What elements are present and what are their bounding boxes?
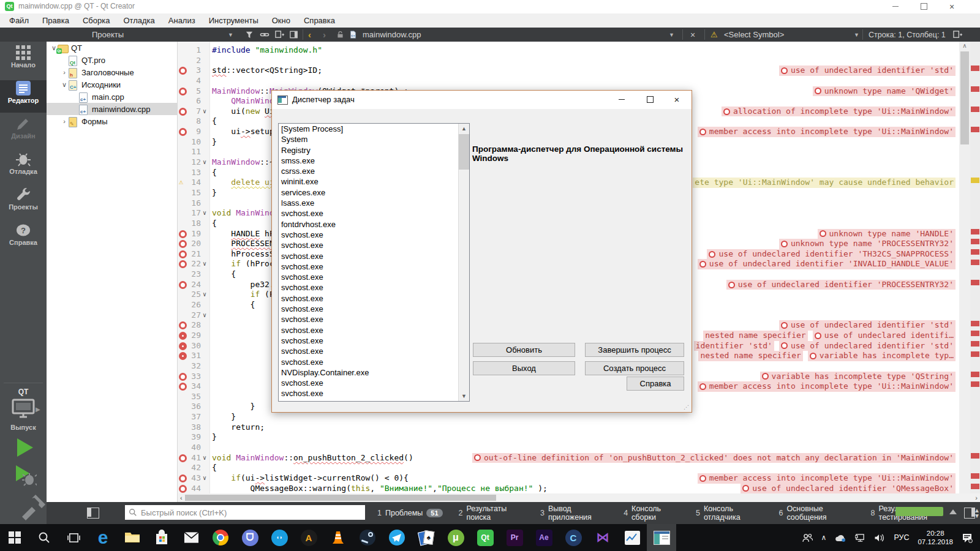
process-list-item[interactable]: smss.exe [279,156,469,166]
code-line-3[interactable]: 3std::vector<QString>ID;use of undeclare… [178,66,980,76]
project-selector[interactable]: Проекты [92,28,124,42]
debug-run-icon[interactable] [12,463,36,486]
mode-начало[interactable]: Начало [0,45,47,77]
output-tab-1[interactable]: 1Проблемы51 [377,509,443,517]
filter-icon[interactable] [245,28,254,42]
mode-отладка[interactable]: Отладка [0,151,47,184]
project-selector-caret[interactable]: ▼ [228,28,233,42]
menu-item-5[interactable]: Анализ [162,13,202,28]
process-list-item[interactable]: wininit.exe [279,176,469,187]
refresh-button[interactable]: Обновить [473,343,575,357]
process-list-item[interactable]: System [279,134,469,144]
taskbar-microsoft-store-icon[interactable] [147,524,176,551]
list-scroll-down-icon[interactable]: ▼ [459,393,469,399]
process-list-item[interactable]: svchost.exe [279,357,469,367]
link-editor-icon[interactable] [260,28,270,42]
split-editor-icon[interactable] [953,28,962,42]
menu-item-4[interactable]: Отладка [116,13,161,28]
chevron-up-icon[interactable]: ∧ [821,533,827,542]
sidebar-toggle-icon[interactable] [87,508,99,519]
help-button[interactable]: Справка [627,377,684,391]
fold-marker-icon[interactable]: ∨ [203,473,206,484]
symbol-selector[interactable]: <Select Symbol> [724,28,784,42]
kit-popup-arrow-icon[interactable]: ▶ [36,406,40,413]
sidebar-icon[interactable] [290,28,298,42]
dialog-minimize-button[interactable] [608,91,635,108]
network-icon[interactable] [855,533,865,542]
fold-marker-icon[interactable]: ∨ [203,208,206,219]
output-pane-icon[interactable] [964,508,975,519]
tree-expander-icon[interactable]: › [61,69,68,76]
process-list-item[interactable]: [System Process] [279,124,469,134]
code-line-4[interactable]: 4 [178,76,980,86]
code-line-42[interactable]: 42{ [178,463,980,473]
tree-item-исходники[interactable]: ∨C+Исходники [47,78,177,91]
menu-item-6[interactable]: Инструменты [202,13,265,28]
code-line-2[interactable]: 2 [178,56,980,66]
menu-item-8[interactable]: Справка [297,13,342,28]
fold-marker-icon[interactable]: ∨ [203,107,206,117]
monitor-icon[interactable] [11,399,36,422]
output-tab-5[interactable]: 5Консоль отладчика [696,504,763,522]
fold-marker-icon[interactable]: ∨ [203,310,206,321]
process-list[interactable]: [System Process]SystemRegistrysmss.execs… [278,123,470,402]
kill-process-button[interactable]: Завершить процесс [585,343,684,357]
open-file-selector[interactable]: mainwindow.cpp [363,28,421,42]
tray-clock[interactable]: 20:28 07.12.2018 [918,529,953,546]
tree-item-qt.pro[interactable]: QtQT.pro [47,54,177,66]
dialog-close-button[interactable]: × [663,91,690,108]
scroll-right-arrow-icon[interactable]: › [975,493,978,502]
vertical-scroll-thumb[interactable] [960,51,969,144]
process-list-item[interactable]: svchost.exe [279,388,469,399]
language-indicator[interactable]: РУС [894,533,909,542]
process-list-item[interactable]: Registry [279,145,469,156]
taskbar-solitaire-icon[interactable]: ♠ [412,524,441,551]
tree-expander-icon[interactable]: › [61,118,68,125]
process-list-item[interactable]: svchost.exe [279,251,469,261]
code-line-39[interactable]: 39} [178,432,980,443]
run-play-icon[interactable] [12,436,36,459]
taskbar-mail-icon[interactable] [176,524,206,551]
code-line-40[interactable]: 40 [178,443,980,453]
process-list-scrollbar[interactable]: ▲ ▼ [458,124,469,401]
taskbar-visual-studio-icon[interactable]: ⋈ [588,524,617,551]
output-tab-6[interactable]: 6Основные сообщения [778,504,854,522]
volume-icon[interactable] [874,533,885,542]
code-line-41[interactable]: 41∨void MainWindow::on_pushButton_2_clic… [178,453,980,463]
taskbar-discord-icon[interactable]: ᗜ [235,524,265,551]
mode-справка[interactable]: ?Справка [0,222,47,255]
output-tab-2[interactable]: 2Результаты поиска [459,504,524,522]
taskbar-file-explorer-icon[interactable] [118,524,147,551]
taskbar-telegram-icon[interactable] [382,524,412,551]
fold-marker-icon[interactable]: ∨ [203,453,206,463]
scroll-up-arrow-icon[interactable]: ∧ [959,42,970,49]
menu-item-2[interactable]: Правка [36,13,76,28]
split-add-icon[interactable] [275,28,284,42]
taskbar-after-effects-icon[interactable]: Ae [529,524,559,551]
taskbar-monitor-app-icon[interactable] [617,524,647,551]
close-split-icon[interactable]: × [690,28,695,42]
build-hammer-icon[interactable] [20,492,48,523]
horizontal-scroll-thumb[interactable] [185,495,496,501]
list-scroll-thumb[interactable] [459,134,469,170]
process-list-item[interactable]: svchost.exe [279,272,469,282]
mode-редактор[interactable]: Редактор [0,80,47,113]
fold-marker-icon[interactable]: ∨ [203,290,206,300]
process-list-item[interactable]: svchost.exe [279,208,469,219]
editor-horizontal-scrollbar[interactable]: ‹ › [178,493,980,502]
process-list-item[interactable]: svchost.exe [279,282,469,293]
action-center-icon[interactable] [962,533,973,543]
taskbar-aimp-icon[interactable]: A [294,524,323,551]
taskbar-task-manager-app-icon[interactable] [647,524,676,551]
forward-arrow-icon[interactable]: › [323,28,326,42]
fold-marker-icon[interactable]: ∨ [203,157,206,168]
code-line-44[interactable]: 44 QMessageBox::warning(this, "Внимание!… [178,484,980,494]
taskbar-steam-icon[interactable] [353,524,382,551]
create-process-button[interactable]: Создать процесс [585,361,684,375]
process-list-item[interactable]: svchost.exe [279,314,469,324]
tree-item-main.cpp[interactable]: c+main.cpp [47,91,177,103]
taskbar-taskbar-search-icon[interactable] [29,524,59,551]
scroll-left-arrow-icon[interactable]: ‹ [180,493,183,502]
people-icon[interactable] [802,533,813,542]
menu-item-3[interactable]: Сборка [76,13,117,28]
